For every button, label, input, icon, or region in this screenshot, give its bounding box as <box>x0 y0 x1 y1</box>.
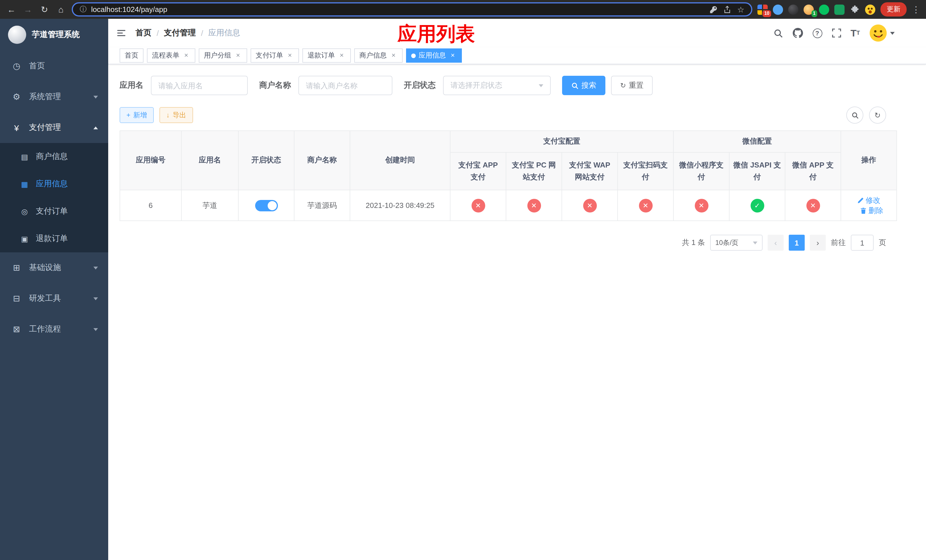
dark-extension-icon[interactable] <box>788 4 799 15</box>
bookmark-star-icon[interactable]: ☆ <box>737 5 744 14</box>
back-icon[interactable]: ← <box>6 5 17 14</box>
address-bar[interactable]: ⓘ localhost:1024/pay/app ☆ <box>72 2 752 17</box>
chevron-up-icon <box>94 126 98 129</box>
yen-icon: ¥ <box>10 123 23 132</box>
pencil-icon <box>857 197 864 204</box>
page-size-select[interactable]: 10条/页 <box>710 235 763 251</box>
order-icon: ◎ <box>19 207 30 216</box>
cell-app-name: 芋道 <box>182 190 238 221</box>
col-alipay-pc: 支付宝 PC 网站支付 <box>506 152 562 190</box>
wechat-extension-icon[interactable] <box>819 4 829 15</box>
sidebar-item-home[interactable]: ◷ 首页 <box>0 51 108 82</box>
avatar-extension-icon[interactable]: 1 <box>803 4 814 15</box>
page-number-button[interactable]: 1 <box>789 235 805 251</box>
tab-user-group[interactable]: 用户分组× <box>199 48 247 63</box>
breadcrumb-separator: / <box>201 29 203 38</box>
app-name-input[interactable] <box>151 76 248 95</box>
home-icon[interactable]: ⌂ <box>55 5 67 14</box>
help-icon[interactable]: ? <box>813 28 822 38</box>
tab-refund-order[interactable]: 退款订单× <box>303 48 351 63</box>
reset-button[interactable]: ↻ 重置 <box>611 76 653 95</box>
col-wx-lite: 微信小程序支付 <box>673 152 729 190</box>
site-info-icon[interactable]: ⓘ <box>80 5 86 14</box>
extensions-puzzle-icon[interactable] <box>850 4 860 15</box>
active-dot <box>411 53 416 58</box>
sidebar-item-merchant-info[interactable]: ▤ 商户信息 <box>0 143 108 170</box>
share-icon[interactable] <box>723 5 731 14</box>
sidebar-item-pay-order[interactable]: ◎ 支付订单 <box>0 198 108 225</box>
reload-icon[interactable]: ↻ <box>39 5 50 14</box>
github-icon[interactable] <box>793 28 803 38</box>
emoji-extension-icon[interactable] <box>865 4 875 15</box>
wx-lite-status-icon: ✕ <box>694 198 708 212</box>
app-logo-row: 芋道管理系统 <box>0 19 108 51</box>
tags-view: 首页 流程表单× 用户分组× 支付订单× 退款订单× 商户信息× 应用信息× <box>108 47 926 64</box>
breadcrumb-home[interactable]: 首页 <box>136 28 151 38</box>
menu-label: 支付订单 <box>36 206 68 216</box>
prev-page-button[interactable]: ‹ <box>768 235 784 251</box>
sidebar-item-dev-tools[interactable]: ⊟ 研发工具 <box>0 283 108 314</box>
caret-down-icon <box>890 32 895 35</box>
screen: ← → ↻ ⌂ ⓘ localhost:1024/pay/app ☆ 10 1 … <box>0 0 926 560</box>
annotation-title: 应用列表 <box>398 21 475 47</box>
breadcrumb-payment[interactable]: 支付管理 <box>164 28 196 38</box>
fullscreen-icon[interactable] <box>832 29 841 38</box>
drop-extension-icon[interactable] <box>773 4 783 15</box>
sidebar-item-workflow[interactable]: ⊠ 工作流程 <box>0 314 108 345</box>
close-icon[interactable]: × <box>234 51 242 59</box>
close-icon[interactable]: × <box>286 51 294 59</box>
tab-process-form[interactable]: 流程表单× <box>147 48 195 63</box>
toggle-search-button[interactable] <box>846 106 863 124</box>
tab-app-info[interactable]: 应用信息× <box>406 48 462 63</box>
font-size-icon[interactable]: TT <box>850 28 860 38</box>
menu-label: 系统管理 <box>29 92 61 102</box>
export-button[interactable]: ↓ 导出 <box>159 107 193 123</box>
cell-status <box>238 190 294 221</box>
add-button[interactable]: + 新增 <box>120 107 154 123</box>
close-icon[interactable]: × <box>182 51 190 59</box>
next-page-button[interactable]: › <box>810 235 826 251</box>
tab-pay-order[interactable]: 支付订单× <box>251 48 299 63</box>
toolbar-right: ↻ <box>846 106 886 124</box>
note-extension-icon[interactable] <box>834 4 844 15</box>
user-menu[interactable] <box>870 24 895 42</box>
refresh-icon: ↻ <box>875 111 881 120</box>
sidebar-item-app-info[interactable]: ▦ 应用信息 <box>0 170 108 198</box>
close-icon[interactable]: × <box>390 51 398 59</box>
edit-button[interactable]: 修改 <box>857 195 881 205</box>
grid-extension-icon[interactable]: 10 <box>757 4 768 15</box>
col-actions: 操作 <box>841 131 897 190</box>
status-toggle[interactable] <box>255 200 278 211</box>
col-group-wechat: 微信配置 <box>673 131 841 152</box>
chevron-down-icon <box>539 84 543 87</box>
delete-button[interactable]: 删除 <box>860 205 883 216</box>
app-grid-icon: ▦ <box>19 180 30 188</box>
sidebar-item-system[interactable]: ⚙ 系统管理 <box>0 82 108 112</box>
search-icon[interactable] <box>773 28 783 38</box>
browser-menu-icon[interactable]: ⋮ <box>912 4 920 15</box>
chevron-down-icon <box>753 241 757 244</box>
password-key-icon[interactable] <box>710 5 718 14</box>
tab-merchant-info[interactable]: 商户信息× <box>354 48 402 63</box>
merchant-name-input[interactable] <box>298 76 392 95</box>
status-select[interactable]: 请选择开启状态 <box>443 76 551 95</box>
refresh-icon: ↻ <box>620 82 626 89</box>
search-button[interactable]: 搜索 <box>562 76 605 95</box>
page-content: 应用名 商户名称 开启状态 请选择开启状态 搜索 <box>108 64 926 251</box>
hamburger-icon[interactable] <box>116 28 126 38</box>
col-wx-app: 微信 APP 支付 <box>785 152 841 190</box>
sidebar-item-refund-order[interactable]: ▣ 退款订单 <box>0 225 108 252</box>
close-icon[interactable]: × <box>338 51 346 59</box>
goto-page-input[interactable] <box>851 235 874 251</box>
sidebar-item-payment[interactable]: ¥ 支付管理 <box>0 112 108 143</box>
menu-label: 工作流程 <box>29 324 61 334</box>
search-icon <box>571 82 579 89</box>
refresh-table-button[interactable]: ↻ <box>869 106 886 124</box>
update-button[interactable]: 更新 <box>881 2 906 17</box>
chevron-down-icon <box>94 297 98 300</box>
sidebar-item-infrastructure[interactable]: ⊞ 基础设施 <box>0 252 108 283</box>
tab-home[interactable]: 首页 <box>120 48 144 63</box>
close-icon[interactable]: × <box>449 51 457 59</box>
forward-icon[interactable]: → <box>22 5 33 14</box>
cell-app-id: 6 <box>120 190 182 221</box>
